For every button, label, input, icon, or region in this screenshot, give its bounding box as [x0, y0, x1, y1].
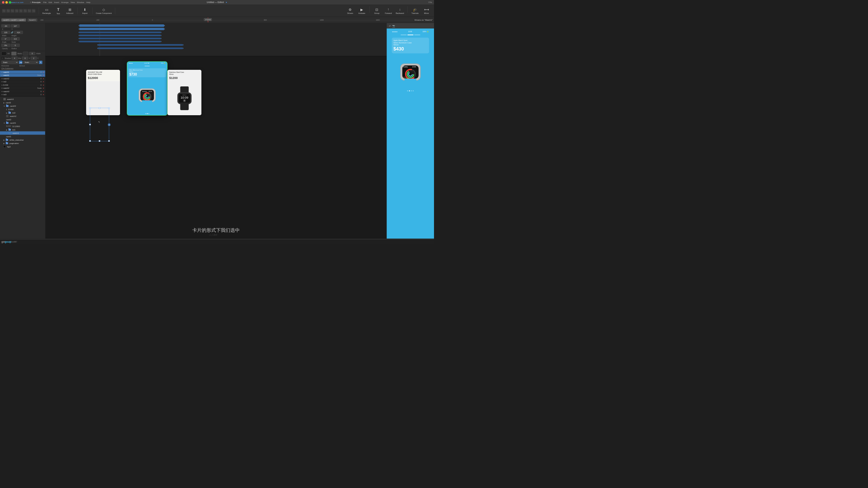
scale-input[interactable] — [11, 37, 20, 40]
track-430[interactable]: ✕ $ 430 X ✕ — [0, 83, 45, 87]
layer-12000[interactable]: $12000 $ 12000 — [0, 125, 45, 128]
mirror-tool[interactable]: ⟷ Mirror — [421, 6, 432, 16]
card1-expand[interactable]: ▼ — [3, 122, 5, 124]
layer-watch3[interactable]: watch3 — [0, 98, 45, 101]
align-top[interactable]: ⬛ — [15, 9, 19, 13]
track-watch1-scale[interactable]: ✕ watch1 Scale ✕ — [0, 74, 45, 77]
layer-watch2[interactable]: watch2 — [0, 115, 45, 118]
static-h-icon[interactable]: ⟷ — [19, 61, 22, 64]
menu-view[interactable]: View — [71, 1, 75, 3]
layer-white-statusbar[interactable]: ▶ white_statusbar — [0, 138, 45, 142]
preview-camera-icon[interactable]: 📷 — [392, 24, 395, 27]
angle-input[interactable] — [1, 37, 10, 40]
height-input[interactable] — [14, 31, 23, 34]
menu-arrange[interactable]: Arrange — [61, 1, 68, 3]
shadow-x-input[interactable] — [22, 57, 28, 60]
card-gold[interactable]: 18-KARAT YELLOWGOLD CASE 42mm $12000 — [86, 70, 120, 115]
static-h-select[interactable]: Static Scroll Spring — [1, 61, 18, 64]
tutorials-tool[interactable]: 🎓 Tutorials — [410, 6, 420, 16]
align-right[interactable]: ⬛ — [11, 9, 14, 13]
handle-mr[interactable]: ✕ — [108, 124, 110, 125]
backward-tool[interactable]: ↓ Backward — [394, 6, 405, 16]
stroke-width-input[interactable] — [29, 52, 35, 55]
canvas-content[interactable]: 18-KARAT YELLOWGOLD CASE 42mm $12000 ●●●… — [45, 56, 387, 239]
track-txt2[interactable]: ✕ txt2 X ✕ — [0, 80, 45, 84]
shadow-y-input[interactable] — [31, 57, 37, 60]
white-statusbar-expand[interactable]: ▶ — [3, 139, 5, 141]
align-center-h[interactable]: ⬛ — [6, 9, 10, 13]
menu-edit[interactable]: Edit — [48, 1, 52, 3]
layer-watch2-label: watch2 — [10, 115, 16, 117]
canvas-area[interactable]: 18-KARAT YELLOWGOLD CASE 42mm $12000 ●●●… — [45, 23, 387, 239]
preview-phone[interactable]: ●●●●●● 10:09 100% 🔋 Apple Watch Sport Si… — [390, 30, 431, 111]
card-blue-selected[interactable]: ●●●●● 6:23 PM 75% 🔋 Silver Aluminum Case… — [127, 61, 167, 116]
stroke-swatch[interactable] — [23, 52, 28, 56]
card3-expand[interactable]: ▶ — [3, 102, 5, 104]
layer-pagination[interactable]: ▶ pagination — [0, 142, 45, 145]
horizontal-label: Horizontal — [1, 65, 9, 67]
maximize-button[interactable] — [9, 1, 11, 3]
y-input[interactable] — [11, 24, 20, 27]
layer-card2-child[interactable]: card2 — [0, 118, 45, 121]
track-watch2[interactable]: ✕ watch2 X ✕ — [0, 77, 45, 80]
card2-expand[interactable]: ▼ — [3, 105, 5, 107]
handle-bl[interactable] — [90, 140, 91, 142]
opacity-input[interactable] — [1, 44, 10, 47]
group-tool[interactable]: ⊡ Group — [371, 6, 382, 16]
anim-tab-cards[interactable]: card#3 + card#2 + card#1 — [1, 18, 26, 21]
preview-back-icon[interactable]: ↩ — [389, 24, 391, 27]
txt2-expand[interactable]: ▶ — [6, 112, 7, 114]
align-left[interactable]: ⬛ — [2, 9, 6, 13]
fill-swatch[interactable] — [1, 52, 6, 56]
radius-input[interactable] — [11, 44, 20, 47]
handle-ml[interactable] — [90, 124, 91, 125]
card-steel[interactable]: Stainless Steel Case42mm $1200 MON 9 10:… — [167, 70, 201, 115]
text-tool[interactable]: T Text — [53, 6, 64, 16]
distribute-v[interactable]: ⬛ — [32, 9, 36, 13]
12000-small-label: $12000 — [6, 125, 11, 127]
x-input[interactable] — [1, 24, 10, 27]
menu-help[interactable]: Help — [86, 1, 90, 3]
handle-bc[interactable] — [99, 140, 100, 142]
handle-br[interactable] — [108, 140, 110, 142]
shadow-blur-input[interactable] — [12, 57, 18, 60]
track-watch1-x[interactable]: ✕ watch1 X ✕ — [0, 70, 45, 74]
forward-tool[interactable]: ↑ Forward — [383, 6, 394, 16]
close-button[interactable] — [2, 1, 4, 3]
minimize-button[interactable] — [5, 1, 8, 3]
svg-marker-15 — [161, 38, 161, 39]
static-v-select[interactable]: Static Scroll Spring — [23, 61, 38, 64]
menu-window[interactable]: Window — [77, 1, 84, 3]
anim-tab-scroll[interactable]: Scroll X — [27, 18, 37, 21]
layer-card1[interactable]: ▼ card#1 — [0, 121, 45, 125]
track-watch2b[interactable]: ✕ watch2 Scale ✕ — [0, 87, 45, 90]
import-tool[interactable]: ⬇ Import — [79, 6, 90, 16]
align-center-v[interactable]: ⬛ — [19, 9, 23, 13]
layer-txt2[interactable]: ▶ txt2 — [0, 111, 45, 115]
layer-card2[interactable]: ▼ card#2 — [0, 104, 45, 108]
rectangle-tool[interactable]: ▭ Rectangle — [41, 6, 52, 16]
clip-sublayers[interactable]: Clip Sublayers — [0, 67, 45, 70]
layer-430[interactable]: $ $ 430 — [0, 108, 45, 111]
distribute-h[interactable]: ⬛ — [27, 9, 31, 13]
static-v-icon[interactable]: ⇅ — [39, 61, 42, 64]
drivers-tool[interactable]: ⚙ Drivers — [345, 6, 356, 16]
layer-txt1[interactable]: ▶ txt1 — [0, 128, 45, 131]
layer-card1-child[interactable]: card1 — [0, 135, 45, 138]
track-watch3[interactable]: ✕ watch3 X ✕ — [0, 90, 45, 93]
layer-watch1[interactable]: watch1 — [0, 131, 45, 135]
layer-bg3[interactable]: bg3 — [0, 145, 45, 148]
txt1-expand[interactable]: ▶ — [6, 129, 7, 131]
create-component-tool[interactable]: ◇ Create Component — [95, 6, 113, 16]
artboard-tool[interactable]: ⊞ Artboard — [64, 6, 75, 16]
menu-file[interactable]: File — [43, 1, 47, 3]
menu-insert[interactable]: Insert — [54, 1, 59, 3]
layer-card3[interactable]: ▶ card3 — [0, 101, 45, 104]
rotate-handle[interactable]: ✕ — [108, 123, 111, 126]
media-swatch[interactable] — [11, 52, 16, 56]
pagination-expand[interactable]: ▶ — [3, 142, 5, 144]
width-input[interactable] — [1, 31, 10, 34]
animate-tool[interactable]: ▶ Animate — [356, 6, 367, 16]
track-txt3[interactable]: ✕ txt3 X ✕ — [0, 93, 45, 97]
align-bottom[interactable]: ⬛ — [23, 9, 27, 13]
